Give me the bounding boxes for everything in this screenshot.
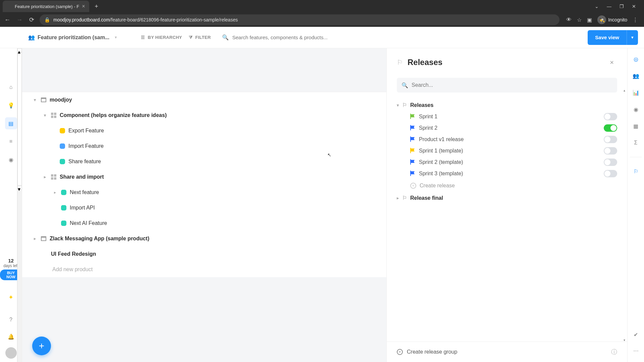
release-group-header[interactable]: ▾ ⚐ Releases [394, 99, 620, 111]
productboard-favicon [7, 4, 12, 9]
help-icon[interactable]: ? [5, 314, 17, 326]
sparkle-icon[interactable]: ✦ [8, 294, 13, 301]
chevron-right-icon[interactable]: ▸ [32, 236, 38, 241]
priority-icon[interactable]: ◉ [631, 105, 641, 114]
info-icon[interactable]: ⓘ [611, 348, 617, 356]
url-host: moodjoy.productboard.com [53, 17, 110, 22]
productboard-logo[interactable] [3, 31, 17, 44]
chevron-right-icon[interactable]: ▸ [42, 175, 48, 179]
panel-icon[interactable]: ▣ [587, 17, 592, 23]
add-new-product[interactable]: Add new product [22, 262, 386, 277]
release-toggle[interactable] [604, 147, 617, 155]
people-icon[interactable]: 👥 [631, 71, 641, 80]
tree-feature-row[interactable]: ▸ Next feature [22, 185, 386, 200]
lock-icon: 🔒 [44, 17, 50, 22]
target-icon[interactable]: ◎ [631, 54, 641, 64]
release-item[interactable]: Sprint 2 [394, 122, 620, 134]
release-group-icon: ⚐ [402, 102, 407, 108]
tree-share-import-row[interactable]: ▸ Share and import [22, 169, 386, 185]
new-tab-button[interactable]: + [92, 2, 101, 11]
check-circle-icon[interactable]: ✔ [631, 330, 641, 339]
release-toggle[interactable] [604, 136, 617, 143]
release-item[interactable]: Sprint 1 (template) [394, 145, 620, 157]
star-icon[interactable]: ☆ [577, 17, 582, 23]
feature-icon [60, 143, 65, 149]
product-icon [41, 98, 46, 102]
left-rail-scrollbar[interactable]: ▴ ▾ [17, 48, 22, 362]
release-item[interactable]: Product v1 release [394, 134, 620, 145]
create-release-group-button[interactable]: Create release group [407, 349, 457, 355]
create-release-button[interactable]: + Create release [394, 179, 620, 192]
save-view-dropdown[interactable]: ▾ [627, 30, 638, 45]
address-bar[interactable]: 🔒 moodjoy.productboard.com/feature-board… [40, 14, 559, 25]
release-item[interactable]: Sprint 2 (template) [394, 157, 620, 168]
release-item[interactable]: Sprint 1 [394, 111, 620, 122]
tree-ui-feed-row[interactable]: UI Feed Redesign [22, 246, 386, 262]
component-icon [51, 174, 56, 180]
roadmap-icon[interactable]: ≡ [5, 135, 17, 147]
panel-scrollbar[interactable]: ▴ ▾ [622, 88, 627, 342]
caret-down-icon: ▼ [114, 36, 117, 39]
kebab-menu-icon[interactable]: ⋮ [633, 17, 638, 23]
plus-circle-icon: + [397, 349, 403, 355]
chevron-down-icon[interactable]: ▾ [32, 98, 38, 102]
release-final-group[interactable]: ▸ ⚐ Release final [394, 192, 620, 204]
by-hierarchy-button[interactable]: ☰ BY HIERARCHY [141, 35, 182, 40]
close-panel-button[interactable]: × [606, 57, 617, 68]
feature-icon [61, 221, 66, 226]
home-icon[interactable]: ⌂ [5, 81, 17, 93]
chevron-down-icon[interactable]: ▾ [397, 103, 399, 108]
chevron-right-icon[interactable]: ▸ [52, 190, 58, 195]
portal-icon[interactable]: ◉ [5, 154, 17, 166]
bell-icon[interactable]: 🔔 [5, 330, 17, 343]
lightbulb-icon[interactable]: 💡 [5, 99, 17, 111]
flag-icon [410, 148, 415, 153]
save-view-button[interactable]: Save view [588, 30, 627, 45]
release-search-input[interactable] [412, 82, 612, 88]
browser-tab[interactable]: Feature prioritization (sample) - F × [3, 1, 89, 12]
chevron-down-icon[interactable]: ▾ [42, 113, 48, 118]
people-icon: 👥 [28, 34, 35, 41]
reload-icon[interactable]: ⟳ [28, 16, 36, 23]
release-toggle[interactable] [604, 113, 617, 120]
component-icon [51, 113, 56, 118]
flag-icon [410, 114, 415, 119]
user-avatar[interactable] [5, 347, 17, 359]
board-icon[interactable]: ▤ [5, 117, 17, 129]
tree-feature-row[interactable]: Share feature [22, 154, 386, 169]
flag-icon [410, 160, 415, 165]
release-flag-icon[interactable]: ⚐ [631, 167, 641, 176]
maximize-icon[interactable]: ❐ [620, 4, 624, 9]
search-input[interactable] [232, 35, 576, 40]
chevron-down-icon[interactable]: ⌄ [595, 4, 599, 9]
add-fab-button[interactable]: + [32, 337, 51, 355]
tree-zlack-row[interactable]: ▸ Zlack Messaging App (sample product) [22, 231, 386, 246]
eye-off-icon[interactable]: 👁 [566, 17, 572, 23]
filter-button[interactable]: ⧩ FILTER [189, 35, 211, 40]
tree-feature-row[interactable]: Export Feature [22, 123, 386, 138]
tree-feature-row[interactable]: Import Feature [22, 138, 386, 154]
more-icon[interactable]: ⋯ [631, 346, 641, 355]
tree-feature-row[interactable]: ▸ Import API [22, 200, 386, 216]
close-window-icon[interactable]: ✕ [632, 4, 636, 9]
minimize-icon[interactable]: ― [607, 4, 611, 9]
board-title-text: Feature prioritization (sam... [38, 35, 109, 41]
release-item[interactable]: Sprint 3 (template) [394, 168, 620, 179]
chart-icon[interactable]: 📊 [631, 88, 641, 97]
tab-title: Feature prioritization (sample) - F [15, 4, 79, 9]
chevron-right-icon[interactable]: ▸ [397, 196, 399, 200]
tree-component-row[interactable]: ▾ Component (helps organize feature idea… [22, 108, 386, 123]
hierarchy-icon: ☰ [141, 35, 145, 40]
tree-feature-row[interactable]: ▸ Next AI Feature [22, 216, 386, 231]
release-group-icon: ⚐ [402, 195, 407, 201]
filter-icon: ⧩ [189, 35, 193, 40]
close-tab-icon[interactable]: × [82, 3, 85, 9]
board-title-dropdown[interactable]: 👥 Feature prioritization (sam... ▼ [28, 34, 117, 41]
release-toggle[interactable] [604, 170, 617, 177]
back-icon[interactable]: ← [3, 16, 11, 23]
tree-product-row[interactable]: ▾ moodjoy [22, 92, 386, 108]
release-toggle[interactable] [604, 159, 617, 166]
release-toggle[interactable] [604, 124, 617, 132]
grid-icon[interactable]: ▦ [631, 121, 641, 131]
sigma-icon[interactable]: Σ [631, 138, 641, 147]
